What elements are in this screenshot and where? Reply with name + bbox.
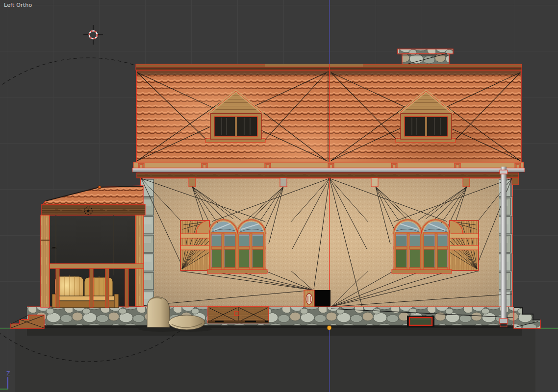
cellar-hatch[interactable] — [208, 307, 269, 323]
ground-shadow — [15, 328, 535, 392]
roof-ridge-beam — [136, 64, 522, 70]
scene: ACME — [0, 0, 558, 392]
window — [180, 220, 267, 273]
porch-post-left — [41, 215, 50, 307]
downspout-pipe — [500, 167, 507, 327]
eave-assembly — [132, 162, 525, 178]
window-right — [392, 220, 479, 273]
porch-rail — [50, 264, 144, 269]
porch-post-right — [135, 215, 144, 306]
foundation — [27, 307, 521, 328]
axis-gizmo: Z — [0, 370, 10, 389]
object-origin-dot — [327, 326, 331, 330]
viewport-3d[interactable]: Left Ortho — [0, 0, 558, 392]
roof — [136, 64, 525, 176]
3d-cursor-icon — [83, 25, 103, 45]
porch[interactable] — [41, 186, 145, 308]
steps-right[interactable] — [514, 308, 540, 328]
porch-roof-origin-dot — [98, 186, 101, 189]
axis-z-label: Z — [6, 370, 10, 377]
porch-beam — [42, 204, 145, 215]
basement-window — [407, 316, 434, 327]
